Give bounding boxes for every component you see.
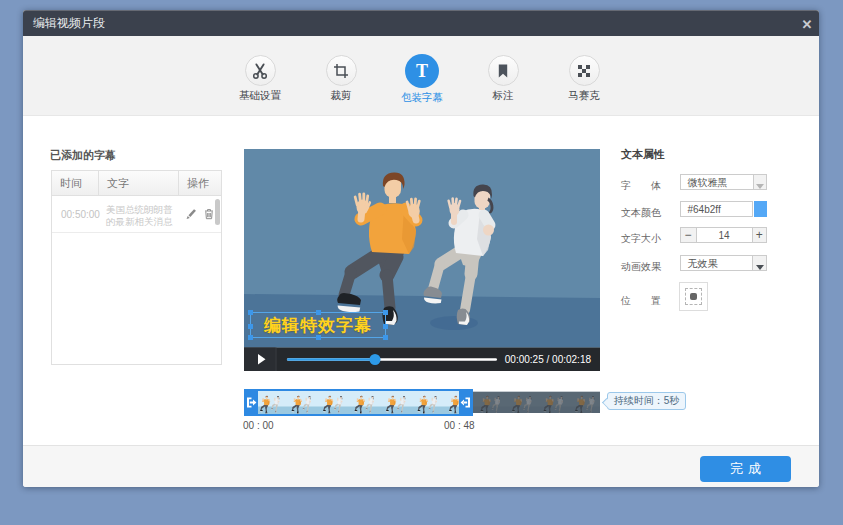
svg-text:00:00:25 / 00:02:18: 00:00:25 / 00:02:18 — [505, 354, 592, 365]
